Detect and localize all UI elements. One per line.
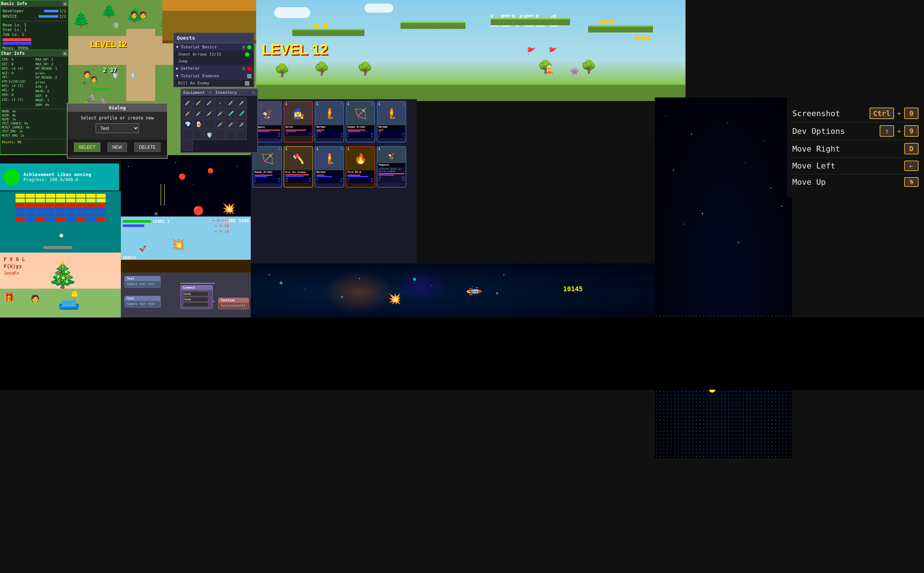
- equip-slot-6[interactable]: 🗡️: [237, 97, 247, 108]
- star-map-pacman-screen: // This will be handled by static HTML: [655, 97, 792, 458]
- matk: MATK: 2: [36, 89, 67, 94]
- card-brut-chopper[interactable]: C 1 🪓 Brut the Chopper 6973 4325: [284, 146, 313, 188]
- level12-text: LEVEL 12: [261, 41, 328, 58]
- achievement-text: Achievement Likes moving Progress: 200.0…: [23, 172, 91, 182]
- equip-slot-24[interactable]: [237, 130, 247, 140]
- select-button[interactable]: SELECT: [74, 142, 100, 152]
- char-info-close[interactable]: ⊖: [63, 51, 67, 56]
- quest-tutorial-enemies-header[interactable]: ▼ Tutorial Enemies: [174, 72, 254, 80]
- explosion-2: 💥: [388, 292, 401, 305]
- profile-select[interactable]: Test: [95, 124, 139, 133]
- card-merman-1[interactable]: C 1 🧜 Merman 60 50: [314, 101, 344, 142]
- fxgl-label: F X G L: [4, 256, 25, 262]
- equip-slot-17[interactable]: 🗡️: [226, 119, 236, 129]
- node-function[interactable]: Function functiontest11: [218, 298, 249, 309]
- tutorial-enemies-label: Tutorial Enemies: [181, 74, 219, 78]
- equip-slot-22[interactable]: [215, 130, 225, 140]
- equip-slot-2[interactable]: 🗡️: [193, 97, 203, 108]
- equip-slot-23[interactable]: [226, 130, 236, 140]
- connect-input[interactable]: [183, 291, 208, 296]
- equip-slot-10[interactable]: 🗡️: [215, 108, 225, 118]
- equip-slot-16[interactable]: 🗡️: [215, 119, 225, 129]
- card-game-screen: 1 🦅 Pegasus 1043 515 C 1 🧙‍♀️ Witch: [251, 99, 417, 269]
- new-button[interactable]: NEW: [108, 142, 127, 152]
- crit-chance: CRIT_CHANCE: 0%: [2, 122, 67, 125]
- node-text-2[interactable]: Text Sample text test: [125, 296, 161, 307]
- screenshot-key1: Ctrl: [869, 108, 894, 119]
- equip-slot-21[interactable]: 🛡️: [204, 130, 214, 140]
- mcrit-chance: MCRIT_CHANCE: 0%: [2, 125, 67, 130]
- quest-shoot-arrows: Shoot Arrows 15/15: [174, 51, 254, 58]
- gift1: 🎁: [4, 292, 14, 302]
- equip-minimize[interactable]: ⊖: [208, 90, 212, 95]
- equip-inv-header: Equipment ⊖ Inventory ⊖: [181, 89, 257, 96]
- equip-slot-8[interactable]: 🗡️: [193, 108, 203, 118]
- node-text-1[interactable]: Text Sample text test: [125, 276, 161, 288]
- char-info-header: Char Info ⊖: [0, 50, 68, 56]
- explosion: 💥: [222, 202, 235, 215]
- rpg-basic-info-panel: Basic Info ⊖ Developer 1/1 NOVICE 2/2 Ba…: [0, 0, 69, 56]
- keybindings-panel: Screenshot Ctrl + 0 Dev Options ⇧ + 9 Mo…: [787, 97, 924, 197]
- equip-slot-13[interactable]: 💎: [183, 119, 193, 129]
- quest-tutorial-basics-header[interactable]: ▼ Tutorial Basics ✕: [174, 43, 254, 51]
- christmas-tree: 🎄: [47, 260, 78, 290]
- gatherer-close-btn[interactable]: ✕: [242, 66, 246, 71]
- equip-slot-5[interactable]: 🗡️: [226, 97, 236, 108]
- rpg-level-display: LEVEL 12: [90, 40, 127, 49]
- achievement-toast: Achievement Likes moving Progress: 200.0…: [0, 163, 119, 191]
- equip-slot-14[interactable]: 🍺: [193, 119, 203, 129]
- rpg-char-info-panel: Char Info ⊖ STR: 0 VIT: 0 DEX: +4 (4) AG…: [0, 50, 69, 155]
- sp-h50: ❤ H 50: [215, 224, 229, 229]
- hp-regen: HP_REGEN: 1 p/sec: [36, 66, 67, 75]
- dev-key2: 9: [904, 125, 919, 137]
- enemy-2: 🔴: [178, 173, 186, 180]
- equip-slot-20[interactable]: [193, 130, 203, 140]
- move-up-key: 🖱: [904, 177, 919, 187]
- basic-info-header: Basic Info ⊖: [0, 0, 68, 7]
- tutorial-close-btn[interactable]: ✕: [242, 45, 246, 49]
- jump-label: Jump: [178, 59, 188, 64]
- card-witch-1[interactable]: C 1 🧙‍♀️ Witch 1225: [284, 101, 313, 142]
- move-right-label: Move Right: [792, 144, 904, 153]
- connect-input2[interactable]: [183, 297, 208, 302]
- equip-slot-19[interactable]: [183, 130, 193, 140]
- connect-input3[interactable]: [183, 302, 208, 307]
- card-fire-bird[interactable]: C 1 🔥 Fire Bird 020 035: [346, 146, 375, 188]
- equipment-inventory-panel: Equipment ⊖ Inventory ⊖ 🗡️ 🗡️ 🗡️ ⚔️ 🗡️ 🗡…: [180, 88, 258, 153]
- equip-slot-25[interactable]: [183, 141, 193, 151]
- aspd: ASPD: 0%: [2, 114, 67, 117]
- equip-slot-11[interactable]: 🧪: [226, 108, 236, 118]
- player-ship: ✈: [151, 211, 160, 216]
- quest-gatherer-header[interactable]: ▶ Gatherer ✕: [174, 64, 254, 72]
- main-layout: 🌲 🌲 🌲 🌲 🌲 🌲 🌲 🌵 🌵 🧑 🧑 💨 🛡️ 🛡️ 🧑 ⚔️ Guard…: [0, 0, 924, 573]
- novice-label: NOVICE: [3, 14, 17, 19]
- points: Points: 90: [2, 139, 67, 145]
- base-lv: Base Lv. 1: [3, 23, 66, 27]
- card-merman-2[interactable]: C 1 🧜 Merman 013 05: [377, 101, 406, 142]
- equip-slot-9[interactable]: 🗡️: [204, 108, 214, 118]
- dialog-body: Select profile or create new Test: [67, 112, 167, 139]
- basic-info-close[interactable]: ⊖: [63, 1, 67, 6]
- card-human-archer-1[interactable]: C 1 🏹 Human Archer 925 011: [346, 101, 375, 142]
- inventory-tab[interactable]: Inventory: [216, 90, 237, 95]
- equip-slot-3[interactable]: 🗡️: [204, 97, 214, 108]
- equip-slot-15[interactable]: [204, 119, 214, 129]
- achievement-title: Achievement Likes moving: [23, 172, 91, 177]
- equip-slot-1[interactable]: 🗡️: [183, 97, 193, 108]
- gatherer-label: Gatherer: [181, 66, 200, 71]
- card-pegasus-2[interactable]: 1 🦅 Pegasus airborne above all battle co…: [377, 146, 406, 188]
- delete-button[interactable]: DELETE: [134, 142, 161, 152]
- score-display: 10145: [563, 285, 583, 293]
- space-nebula-screen: 🚀 10145 💥: [251, 263, 655, 323]
- equipment-tab[interactable]: Equipment: [183, 90, 205, 95]
- achievement-icon: [4, 169, 20, 185]
- equip-slot-7[interactable]: 🗡️: [183, 108, 193, 118]
- inv-minimize[interactable]: ⊖: [252, 90, 255, 95]
- card-merman-3[interactable]: C 1 🧜 Merman 60 225: [314, 146, 344, 188]
- equip-slot-18[interactable]: 🗡️: [237, 119, 247, 129]
- equip-slot-4[interactable]: ⚔️: [215, 97, 225, 108]
- node-connect[interactable]: Connect: [180, 285, 213, 309]
- sp-h10: ❤ H 10: [215, 229, 229, 234]
- enemy-ship: 🔴: [193, 206, 204, 216]
- equip-slot-12[interactable]: 🧪: [237, 108, 247, 118]
